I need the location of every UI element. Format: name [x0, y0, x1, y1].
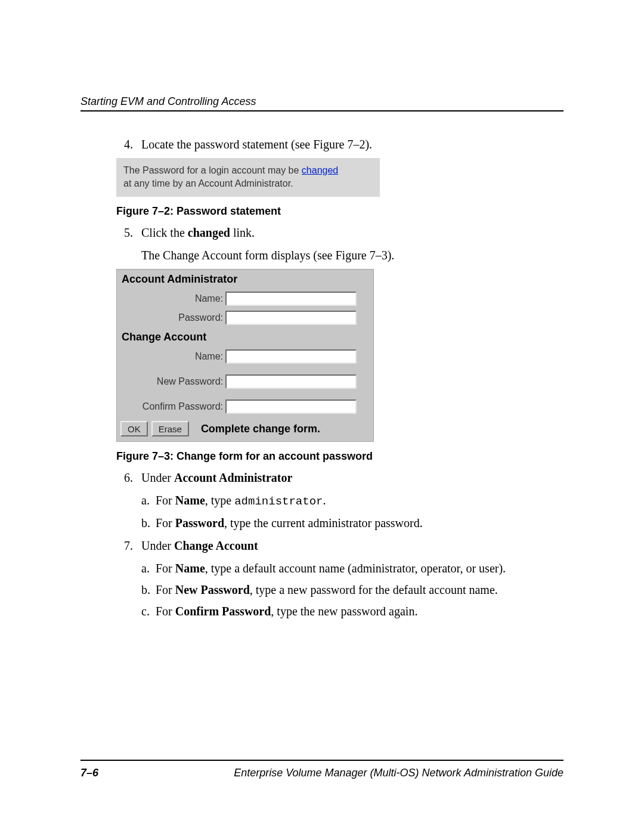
- step-number: 4.: [116, 135, 141, 153]
- sub-text: For Confirm Password, type the new passw…: [156, 602, 417, 620]
- text: , type: [205, 494, 234, 507]
- admin-password-input[interactable]: [225, 311, 357, 325]
- footer-rule: [80, 760, 564, 761]
- label-password: Password:: [117, 312, 225, 323]
- text: , type a default account name (administr…: [205, 562, 506, 575]
- figure-7-3-change-form: Account Administrator Name: Password: Ch…: [116, 269, 374, 442]
- text: , type a new password for the default ac…: [250, 583, 498, 596]
- text: .: [323, 494, 326, 507]
- text: For: [156, 516, 175, 529]
- sub-text: For Name, type administrator.: [156, 491, 326, 510]
- text: link.: [230, 226, 255, 239]
- text: , type the new password again.: [271, 605, 417, 618]
- bold-text: Confirm Password: [175, 605, 271, 618]
- body-content: 4. Locate the password statement (see Fi…: [80, 135, 564, 620]
- bold-text: Name: [175, 494, 205, 507]
- running-header: Starting EVM and Controlling Access: [80, 95, 564, 108]
- page-footer: 7–6 Enterprise Volume Manager (Multi-OS)…: [80, 760, 564, 779]
- admin-name-input[interactable]: [225, 292, 357, 306]
- text: For: [156, 494, 175, 507]
- form-section-title: Change Account: [117, 327, 373, 347]
- form-row-confirm: Confirm Password:: [117, 397, 373, 416]
- sub-marker: a.: [141, 559, 156, 577]
- text: Under: [141, 471, 174, 484]
- form-row-name2: Name:: [117, 347, 373, 366]
- figure-text-line2: at any time by an Account Administrator.: [123, 178, 293, 188]
- bold-text: Name: [175, 562, 205, 575]
- ok-button[interactable]: OK: [120, 421, 148, 436]
- text: Click the: [141, 226, 188, 239]
- step-7a: a. For Name, type a default account name…: [116, 559, 564, 577]
- label-confirm-password: Confirm Password:: [117, 401, 225, 412]
- step-text: Click the changed link.: [141, 224, 564, 241]
- sub-marker: a.: [141, 491, 156, 510]
- form-row-password: Password:: [117, 308, 373, 327]
- sub-marker: b.: [141, 581, 156, 599]
- label-name: Name:: [117, 351, 225, 362]
- header-rule: [80, 110, 564, 112]
- bold-text: Change Account: [174, 539, 258, 552]
- form-row-name: Name:: [117, 289, 373, 308]
- step-text: Locate the password statement (see Figur…: [141, 135, 564, 153]
- step-7: 7. Under Change Account: [116, 537, 564, 555]
- erase-button[interactable]: Erase: [151, 421, 189, 436]
- step-text: Under Account Administrator: [141, 469, 564, 487]
- label-name: Name:: [117, 293, 225, 304]
- figure-7-2-caption: Figure 7–2: Password statement: [116, 205, 564, 218]
- page-number: 7–6: [80, 767, 98, 779]
- step-5-paragraph: The Change Account form displays (see Fi…: [116, 246, 564, 264]
- text: For: [156, 562, 175, 575]
- step-number: 7.: [116, 537, 141, 555]
- sub-marker: c.: [141, 602, 156, 620]
- sub-text: For Name, type a default account name (a…: [156, 559, 506, 577]
- form-row-newpw: New Password:: [117, 372, 373, 391]
- code-text: administrator: [234, 495, 323, 508]
- bold-text: New Password: [175, 583, 250, 596]
- document-title: Enterprise Volume Manager (Multi-OS) Net…: [234, 767, 564, 779]
- step-4: 4. Locate the password statement (see Fi…: [116, 135, 564, 153]
- complete-change-form-text: Complete change form.: [193, 423, 320, 435]
- text: For: [156, 605, 175, 618]
- bold-text: Account Administrator: [174, 471, 292, 484]
- bold-text: Password: [175, 516, 224, 529]
- step-text: Under Change Account: [141, 537, 564, 555]
- text: Under: [141, 539, 174, 552]
- sub-text: For Password, type the current administr…: [156, 514, 423, 532]
- form-button-row: OK Erase Complete change form.: [117, 416, 373, 441]
- step-6b: b. For Password, type the current admini…: [116, 514, 564, 532]
- form-section-title: Account Administrator: [117, 270, 373, 289]
- step-6a: a. For Name, type administrator.: [116, 491, 564, 510]
- changed-link[interactable]: changed: [302, 165, 338, 175]
- sub-marker: b.: [141, 514, 156, 532]
- figure-7-3-caption: Figure 7–3: Change form for an account p…: [116, 450, 564, 463]
- text: For: [156, 583, 175, 596]
- figure-7-2-password-statement: The Password for a login account may be …: [116, 158, 380, 197]
- step-7b: b. For New Password, type a new password…: [116, 581, 564, 599]
- confirm-password-input[interactable]: [225, 400, 357, 414]
- bold-text: changed: [188, 226, 230, 239]
- step-5: 5. Click the changed link.: [116, 224, 564, 241]
- figure-text: The Password for a login account may be: [123, 165, 302, 175]
- new-password-input[interactable]: [225, 374, 357, 389]
- label-new-password: New Password:: [117, 376, 225, 387]
- step-7c: c. For Confirm Password, type the new pa…: [116, 602, 564, 620]
- sub-text: For New Password, type a new password fo…: [156, 581, 498, 599]
- change-name-input[interactable]: [225, 349, 357, 364]
- text: , type the current administrator passwor…: [224, 516, 423, 529]
- step-number: 6.: [116, 469, 141, 487]
- step-6: 6. Under Account Administrator: [116, 469, 564, 487]
- step-number: 5.: [116, 224, 141, 241]
